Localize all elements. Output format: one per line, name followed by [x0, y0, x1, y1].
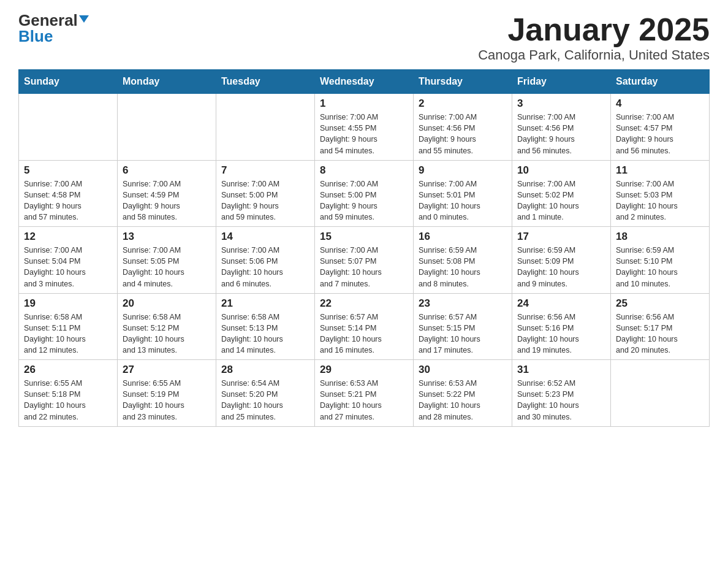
- day-number: 12: [24, 231, 112, 243]
- calendar-week-3: 12Sunrise: 7:00 AM Sunset: 5:04 PM Dayli…: [19, 227, 710, 294]
- calendar-cell: 24Sunrise: 6:56 AM Sunset: 5:16 PM Dayli…: [512, 293, 611, 360]
- calendar-cell: 14Sunrise: 7:00 AM Sunset: 5:06 PM Dayli…: [216, 227, 315, 294]
- day-number: 5: [24, 164, 112, 177]
- calendar-cell: 25Sunrise: 6:56 AM Sunset: 5:17 PM Dayli…: [611, 293, 710, 360]
- calendar-cell: 12Sunrise: 7:00 AM Sunset: 5:04 PM Dayli…: [19, 227, 118, 294]
- calendar-cell: 4Sunrise: 7:00 AM Sunset: 4:57 PM Daylig…: [611, 94, 710, 161]
- calendar-header: SundayMondayTuesdayWednesdayThursdayFrid…: [19, 70, 710, 94]
- calendar-cell: 20Sunrise: 6:58 AM Sunset: 5:12 PM Dayli…: [118, 293, 216, 360]
- day-number: 28: [221, 364, 309, 376]
- day-number: 8: [320, 164, 408, 177]
- calendar-cell: 30Sunrise: 6:53 AM Sunset: 5:22 PM Dayli…: [414, 360, 512, 427]
- day-info: Sunrise: 6:57 AM Sunset: 5:15 PM Dayligh…: [419, 312, 507, 356]
- calendar-title: January 2025: [478, 12, 710, 47]
- day-number: 3: [517, 98, 605, 110]
- day-info: Sunrise: 7:00 AM Sunset: 4:58 PM Dayligh…: [24, 178, 112, 223]
- calendar-cell: 16Sunrise: 6:59 AM Sunset: 5:08 PM Dayli…: [414, 227, 512, 294]
- logo: General Blue: [18, 12, 89, 44]
- day-number: 2: [419, 98, 507, 110]
- day-info: Sunrise: 7:00 AM Sunset: 4:59 PM Dayligh…: [123, 178, 211, 223]
- day-number: 23: [419, 297, 507, 310]
- calendar-cell: 31Sunrise: 6:52 AM Sunset: 5:23 PM Dayli…: [512, 360, 611, 427]
- calendar-cell: 3Sunrise: 7:00 AM Sunset: 4:56 PM Daylig…: [512, 94, 611, 161]
- day-number: 15: [320, 231, 408, 243]
- header-day-sunday: Sunday: [19, 70, 118, 94]
- calendar-cell: [118, 94, 216, 161]
- header-day-tuesday: Tuesday: [216, 70, 315, 94]
- day-number: 6: [123, 164, 211, 177]
- day-number: 20: [123, 297, 211, 310]
- day-number: 14: [221, 231, 309, 243]
- day-number: 7: [221, 164, 309, 177]
- header-day-wednesday: Wednesday: [315, 70, 414, 94]
- day-info: Sunrise: 6:56 AM Sunset: 5:16 PM Dayligh…: [517, 312, 605, 356]
- header-day-friday: Friday: [512, 70, 611, 94]
- day-number: 17: [517, 231, 605, 243]
- calendar-subtitle: Canoga Park, California, United States: [478, 47, 710, 63]
- day-number: 9: [419, 164, 507, 177]
- calendar-cell: 17Sunrise: 6:59 AM Sunset: 5:09 PM Dayli…: [512, 227, 611, 294]
- calendar-cell: 29Sunrise: 6:53 AM Sunset: 5:21 PM Dayli…: [315, 360, 414, 427]
- page-header: General Blue January 2025 Canoga Park, C…: [18, 12, 710, 63]
- day-info: Sunrise: 7:00 AM Sunset: 5:02 PM Dayligh…: [517, 178, 605, 223]
- day-number: 4: [616, 98, 704, 110]
- calendar-week-4: 19Sunrise: 6:58 AM Sunset: 5:11 PM Dayli…: [19, 293, 710, 360]
- day-info: Sunrise: 7:00 AM Sunset: 5:06 PM Dayligh…: [221, 245, 309, 289]
- logo-triangle-icon: [79, 15, 89, 23]
- logo-blue-text: Blue: [18, 28, 53, 44]
- calendar-cell: 15Sunrise: 7:00 AM Sunset: 5:07 PM Dayli…: [315, 227, 414, 294]
- day-number: 29: [320, 364, 408, 376]
- day-info: Sunrise: 6:53 AM Sunset: 5:22 PM Dayligh…: [419, 378, 507, 423]
- day-info: Sunrise: 6:59 AM Sunset: 5:08 PM Dayligh…: [419, 245, 507, 289]
- day-info: Sunrise: 6:58 AM Sunset: 5:13 PM Dayligh…: [221, 312, 309, 356]
- day-info: Sunrise: 6:58 AM Sunset: 5:11 PM Dayligh…: [24, 312, 112, 356]
- calendar-cell: 5Sunrise: 7:00 AM Sunset: 4:58 PM Daylig…: [19, 160, 118, 227]
- day-info: Sunrise: 7:00 AM Sunset: 5:07 PM Dayligh…: [320, 245, 408, 289]
- day-number: 18: [616, 231, 704, 243]
- calendar-cell: 19Sunrise: 6:58 AM Sunset: 5:11 PM Dayli…: [19, 293, 118, 360]
- calendar-cell: 21Sunrise: 6:58 AM Sunset: 5:13 PM Dayli…: [216, 293, 315, 360]
- day-info: Sunrise: 6:58 AM Sunset: 5:12 PM Dayligh…: [123, 312, 211, 356]
- calendar-week-1: 1Sunrise: 7:00 AM Sunset: 4:55 PM Daylig…: [19, 94, 710, 161]
- day-info: Sunrise: 7:00 AM Sunset: 5:03 PM Dayligh…: [616, 178, 704, 223]
- calendar-table: SundayMondayTuesdayWednesdayThursdayFrid…: [18, 69, 710, 427]
- header-day-monday: Monday: [118, 70, 216, 94]
- day-number: 24: [517, 297, 605, 310]
- day-number: 13: [123, 231, 211, 243]
- header-day-thursday: Thursday: [414, 70, 512, 94]
- day-number: 25: [616, 297, 704, 310]
- calendar-cell: 22Sunrise: 6:57 AM Sunset: 5:14 PM Dayli…: [315, 293, 414, 360]
- day-info: Sunrise: 6:54 AM Sunset: 5:20 PM Dayligh…: [221, 378, 309, 423]
- day-info: Sunrise: 7:00 AM Sunset: 5:00 PM Dayligh…: [320, 178, 408, 223]
- calendar-body: 1Sunrise: 7:00 AM Sunset: 4:55 PM Daylig…: [19, 94, 710, 427]
- day-info: Sunrise: 6:55 AM Sunset: 5:18 PM Dayligh…: [24, 378, 112, 423]
- day-number: 19: [24, 297, 112, 310]
- day-info: Sunrise: 7:00 AM Sunset: 5:00 PM Dayligh…: [221, 178, 309, 223]
- calendar-cell: 13Sunrise: 7:00 AM Sunset: 5:05 PM Dayli…: [118, 227, 216, 294]
- calendar-cell: 23Sunrise: 6:57 AM Sunset: 5:15 PM Dayli…: [414, 293, 512, 360]
- day-info: Sunrise: 7:00 AM Sunset: 4:56 PM Dayligh…: [517, 112, 605, 156]
- calendar-cell: 28Sunrise: 6:54 AM Sunset: 5:20 PM Dayli…: [216, 360, 315, 427]
- day-number: 26: [24, 364, 112, 376]
- day-number: 31: [517, 364, 605, 376]
- day-number: 30: [419, 364, 507, 376]
- logo-general-text: General: [18, 12, 78, 28]
- calendar-cell: [19, 94, 118, 161]
- calendar-cell: 18Sunrise: 6:59 AM Sunset: 5:10 PM Dayli…: [611, 227, 710, 294]
- day-info: Sunrise: 6:59 AM Sunset: 5:10 PM Dayligh…: [616, 245, 704, 289]
- day-info: Sunrise: 7:00 AM Sunset: 5:04 PM Dayligh…: [24, 245, 112, 289]
- calendar-cell: 11Sunrise: 7:00 AM Sunset: 5:03 PM Dayli…: [611, 160, 710, 227]
- calendar-cell: [611, 360, 710, 427]
- day-number: 10: [517, 164, 605, 177]
- calendar-cell: 26Sunrise: 6:55 AM Sunset: 5:18 PM Dayli…: [19, 360, 118, 427]
- day-info: Sunrise: 7:00 AM Sunset: 4:55 PM Dayligh…: [320, 112, 408, 156]
- calendar-cell: 8Sunrise: 7:00 AM Sunset: 5:00 PM Daylig…: [315, 160, 414, 227]
- calendar-cell: 2Sunrise: 7:00 AM Sunset: 4:56 PM Daylig…: [414, 94, 512, 161]
- day-number: 11: [616, 164, 704, 177]
- day-info: Sunrise: 6:55 AM Sunset: 5:19 PM Dayligh…: [123, 378, 211, 423]
- header-day-saturday: Saturday: [611, 70, 710, 94]
- calendar-week-5: 26Sunrise: 6:55 AM Sunset: 5:18 PM Dayli…: [19, 360, 710, 427]
- day-info: Sunrise: 7:00 AM Sunset: 4:56 PM Dayligh…: [419, 112, 507, 156]
- title-section: January 2025 Canoga Park, California, Un…: [478, 12, 710, 63]
- day-info: Sunrise: 7:00 AM Sunset: 4:57 PM Dayligh…: [616, 112, 704, 156]
